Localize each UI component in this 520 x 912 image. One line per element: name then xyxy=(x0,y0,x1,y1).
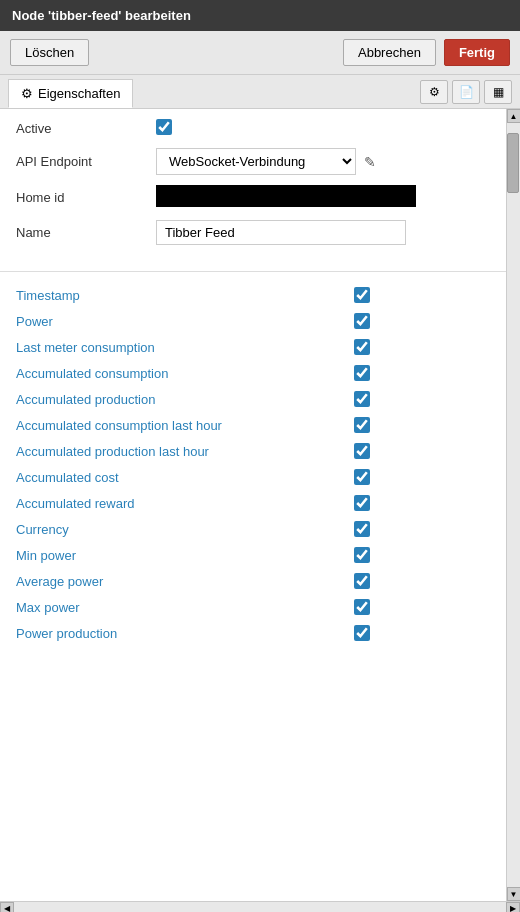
checkbox-row-timestamp: Timestamp xyxy=(0,282,506,308)
checkbox-row-accumulatedProduction: Accumulated production xyxy=(0,386,506,412)
checkbox-accumulatedReward[interactable] xyxy=(354,495,370,511)
checkbox-row-averagePower: Average power xyxy=(0,568,506,594)
form-section: Active API Endpoint WebSocket-Verbindung… xyxy=(0,109,506,265)
grid-icon xyxy=(493,85,504,99)
api-endpoint-label: API Endpoint xyxy=(16,154,156,169)
checkbox-row-currency: Currency xyxy=(0,516,506,542)
scroll-h-track xyxy=(14,902,506,912)
api-endpoint-select[interactable]: WebSocket-Verbindung xyxy=(156,148,356,175)
tab-icon-grid[interactable] xyxy=(484,80,512,104)
api-endpoint-row: API Endpoint WebSocket-Verbindung ✎ xyxy=(16,148,490,175)
checkbox-powerProduction[interactable] xyxy=(354,625,370,641)
checkbox-label-power: Power xyxy=(16,314,354,329)
tab-icon-group: 📄 xyxy=(420,76,512,108)
name-input[interactable] xyxy=(156,220,406,245)
active-label: Active xyxy=(16,121,156,136)
content-area: Active API Endpoint WebSocket-Verbindung… xyxy=(0,109,506,901)
checkbox-row-power: Power xyxy=(0,308,506,334)
gear-icon xyxy=(21,86,33,101)
active-row: Active xyxy=(16,119,490,138)
title-text: Node 'tibber-feed' bearbeiten xyxy=(12,8,191,23)
checkbox-label-accumulatedCost: Accumulated cost xyxy=(16,470,354,485)
toolbar: Löschen Abbrechen Fertig xyxy=(0,31,520,75)
checkbox-power[interactable] xyxy=(354,313,370,329)
checkbox-label-maxPower: Max power xyxy=(16,600,354,615)
api-endpoint-value: WebSocket-Verbindung ✎ xyxy=(156,148,490,175)
checkbox-timestamp[interactable] xyxy=(354,287,370,303)
checkbox-row-maxPower: Max power xyxy=(0,594,506,620)
divider xyxy=(0,271,506,272)
checkbox-label-accumulatedProduction: Accumulated production xyxy=(16,392,354,407)
home-id-value xyxy=(156,185,490,210)
active-value xyxy=(156,119,490,138)
checkbox-maxPower[interactable] xyxy=(354,599,370,615)
checkbox-row-powerProduction: Power production xyxy=(0,620,506,646)
scroll-left-arrow[interactable]: ◀ xyxy=(0,902,14,913)
delete-button[interactable]: Löschen xyxy=(10,39,89,66)
scroll-down-arrow[interactable]: ▼ xyxy=(507,887,521,901)
done-button[interactable]: Fertig xyxy=(444,39,510,66)
tab-icon-gear[interactable] xyxy=(420,80,448,104)
vertical-scrollbar: ▲ ▼ xyxy=(506,109,520,901)
checkbox-row-accumulatedProductionLastHour: Accumulated production last hour xyxy=(0,438,506,464)
checkbox-row-minPower: Min power xyxy=(0,542,506,568)
scroll-right-arrow[interactable]: ▶ xyxy=(506,902,520,913)
checkbox-label-minPower: Min power xyxy=(16,548,354,563)
title-bar: Node 'tibber-feed' bearbeiten xyxy=(0,0,520,31)
checkbox-label-timestamp: Timestamp xyxy=(16,288,354,303)
checkbox-row-lastMeterConsumption: Last meter consumption xyxy=(0,334,506,360)
checkbox-minPower[interactable] xyxy=(354,547,370,563)
active-checkbox[interactable] xyxy=(156,119,172,135)
checkbox-row-accumulatedConsumption: Accumulated consumption xyxy=(0,360,506,386)
checkbox-label-lastMeterConsumption: Last meter consumption xyxy=(16,340,354,355)
checkbox-accumulatedProduction[interactable] xyxy=(354,391,370,407)
doc-icon: 📄 xyxy=(459,85,474,99)
name-label: Name xyxy=(16,225,156,240)
checkbox-label-accumulatedConsumption: Accumulated consumption xyxy=(16,366,354,381)
home-id-row: Home id xyxy=(16,185,490,210)
checkbox-accumulatedConsumption[interactable] xyxy=(354,365,370,381)
home-id-label: Home id xyxy=(16,190,156,205)
checkbox-currency[interactable] xyxy=(354,521,370,537)
checkbox-label-accumulatedProductionLastHour: Accumulated production last hour xyxy=(16,444,354,459)
name-value xyxy=(156,220,490,245)
checkbox-label-powerProduction: Power production xyxy=(16,626,354,641)
checkbox-lastMeterConsumption[interactable] xyxy=(354,339,370,355)
checkbox-averagePower[interactable] xyxy=(354,573,370,589)
checkbox-label-currency: Currency xyxy=(16,522,354,537)
scroll-thumb[interactable] xyxy=(507,133,519,193)
checkbox-fields: TimestampPowerLast meter consumptionAccu… xyxy=(0,282,506,646)
checkbox-accumulatedCost[interactable] xyxy=(354,469,370,485)
checkbox-accumulatedProductionLastHour[interactable] xyxy=(354,443,370,459)
scroll-up-arrow[interactable]: ▲ xyxy=(507,109,521,123)
checkbox-accumulatedConsumptionLastHour[interactable] xyxy=(354,417,370,433)
tabs-row: Eigenschaften 📄 xyxy=(0,75,520,109)
checkbox-row-accumulatedCost: Accumulated cost xyxy=(0,464,506,490)
horizontal-scrollbar: ◀ ▶ xyxy=(0,901,520,912)
name-row: Name xyxy=(16,220,490,245)
checkbox-label-averagePower: Average power xyxy=(16,574,354,589)
scroll-track xyxy=(507,123,520,887)
home-id-redacted xyxy=(156,185,416,207)
checkbox-label-accumulatedReward: Accumulated reward xyxy=(16,496,354,511)
gear-icon-small xyxy=(429,85,440,99)
checkbox-label-accumulatedConsumptionLastHour: Accumulated consumption last hour xyxy=(16,418,354,433)
main-content: Active API Endpoint WebSocket-Verbindung… xyxy=(0,109,520,901)
checkbox-row-accumulatedReward: Accumulated reward xyxy=(0,490,506,516)
edit-endpoint-button[interactable]: ✎ xyxy=(362,152,378,172)
tab-icon-doc[interactable]: 📄 xyxy=(452,80,480,104)
tab-label: Eigenschaften xyxy=(38,86,120,101)
checkbox-row-accumulatedConsumptionLastHour: Accumulated consumption last hour xyxy=(0,412,506,438)
cancel-button[interactable]: Abbrechen xyxy=(343,39,436,66)
tab-eigenschaften[interactable]: Eigenschaften xyxy=(8,79,133,108)
